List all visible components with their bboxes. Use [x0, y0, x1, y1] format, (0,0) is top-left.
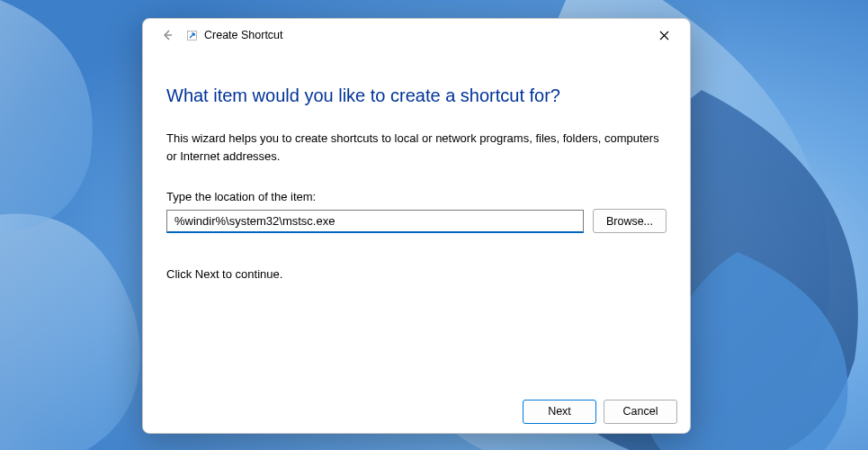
dialog-footer: Next Cancel	[143, 390, 690, 433]
close-button[interactable]	[645, 22, 683, 49]
dialog-content: What item would you like to create a sho…	[143, 51, 690, 390]
location-input[interactable]	[166, 210, 584, 233]
cancel-button[interactable]: Cancel	[604, 400, 677, 424]
shortcut-overlay-icon	[186, 30, 197, 40]
dialog-titlebar: Create Shortcut	[143, 19, 690, 51]
back-button[interactable]	[159, 27, 175, 43]
dialog-title: Create Shortcut	[204, 29, 283, 41]
browse-button[interactable]: Browse...	[593, 209, 667, 233]
continue-instruction: Click Next to continue.	[166, 267, 667, 281]
next-button[interactable]: Next	[523, 400, 596, 424]
create-shortcut-dialog: Create Shortcut What item would you like…	[142, 18, 691, 434]
page-heading: What item would you like to create a sho…	[166, 86, 667, 106]
location-input-row: Browse...	[166, 209, 667, 233]
wizard-description: This wizard helps you to create shortcut…	[166, 130, 667, 165]
location-label: Type the location of the item:	[166, 190, 667, 203]
